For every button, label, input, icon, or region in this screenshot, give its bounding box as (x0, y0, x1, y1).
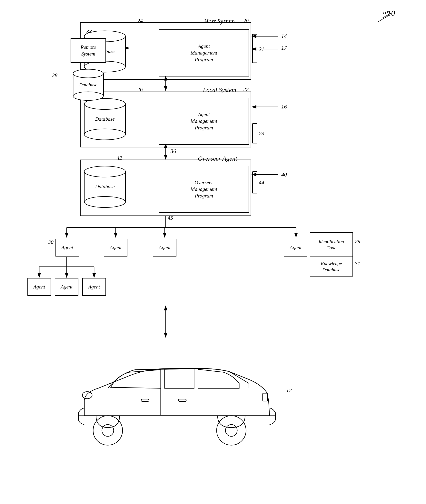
ref-42: 42 (117, 155, 122, 161)
local-database: Database (82, 96, 128, 143)
sub-agent-1-label: Agent (33, 284, 45, 290)
overseer-database: Database (82, 164, 128, 211)
agent-right-label: Agent (290, 244, 302, 251)
svg-point-44 (84, 166, 126, 177)
ref-45: 45 (168, 215, 173, 221)
ref-30: 30 (48, 239, 54, 245)
ref-38: 38 (86, 29, 92, 35)
host-amp-label: Agent Management Program (191, 43, 217, 63)
ref-23: 23 (259, 130, 264, 137)
sub-agent-1: Agent (28, 278, 51, 296)
svg-rect-58 (141, 399, 149, 401)
remote-system-box: Remote System (71, 38, 106, 63)
svg-point-60 (82, 392, 92, 399)
sub-agent-3-label: Agent (88, 284, 100, 290)
agent-box-1: Agent (104, 239, 128, 257)
svg-point-55 (102, 425, 114, 436)
overseer-management-box: Overseer Management Program (159, 166, 249, 213)
knowledge-database-label: Knowledge Database (321, 261, 342, 273)
ref-21: 21 (259, 46, 264, 52)
sub-agent-2: Agent (55, 278, 78, 296)
ref-29: 29 (355, 238, 360, 245)
remote-database: Database (71, 67, 106, 103)
svg-text:Database: Database (95, 184, 115, 189)
ref-26: 26 (137, 86, 143, 93)
figure-number-diagram: 10 (380, 8, 404, 24)
sub-agent-2-label: Agent (61, 284, 73, 290)
overseer-agent-label: Overseer Agent (198, 155, 237, 162)
svg-point-56 (217, 416, 246, 445)
local-system-label: Local System (203, 86, 236, 94)
ref-31: 31 (355, 260, 360, 267)
agent-30-label: Agent (61, 244, 73, 251)
ref-16: 16 (281, 104, 287, 110)
overseer-mp-label: Overseer Management Program (191, 179, 217, 199)
ref-40: 40 (281, 172, 287, 178)
agent-box-2: Agent (153, 239, 177, 257)
agent-box-30: Agent (56, 239, 79, 257)
svg-text:Database: Database (95, 116, 115, 122)
identification-code-label: Identification Code (319, 238, 344, 251)
agent-box-right: Agent (284, 239, 307, 257)
svg-point-48 (73, 69, 103, 78)
svg-point-49 (73, 92, 103, 101)
ref-36: 36 (170, 148, 176, 154)
svg-point-57 (226, 425, 237, 436)
ref-20: 20 (243, 18, 248, 24)
local-amp-label: Agent Management Program (191, 111, 217, 131)
sub-agent-3: Agent (82, 278, 106, 296)
remote-system-label: Remote System (81, 44, 96, 57)
ref-22: 22 (243, 86, 248, 93)
svg-text:10: 10 (387, 9, 395, 17)
svg-point-41 (84, 129, 126, 140)
host-agent-management-box: Agent Management Program (159, 29, 249, 77)
agent-2-label: Agent (159, 244, 171, 251)
ref-28: 28 (52, 72, 57, 79)
svg-point-45 (84, 196, 126, 208)
svg-text:Database: Database (79, 82, 97, 87)
ref-17: 17 (281, 45, 287, 51)
ref-44: 44 (259, 180, 264, 186)
local-agent-management-box: Agent Management Program (159, 98, 249, 145)
svg-rect-59 (178, 399, 186, 401)
ref-12: 12 (286, 387, 292, 394)
host-system-label: Host System (204, 18, 235, 25)
ref-24: 24 (137, 18, 143, 24)
car-diagram (69, 341, 284, 463)
identification-code-box: Identification Code (310, 232, 353, 257)
knowledge-database-box: Knowledge Database (310, 257, 353, 276)
agent-1-label: Agent (110, 244, 122, 251)
svg-point-54 (93, 416, 122, 445)
ref-14: 14 (281, 33, 287, 39)
